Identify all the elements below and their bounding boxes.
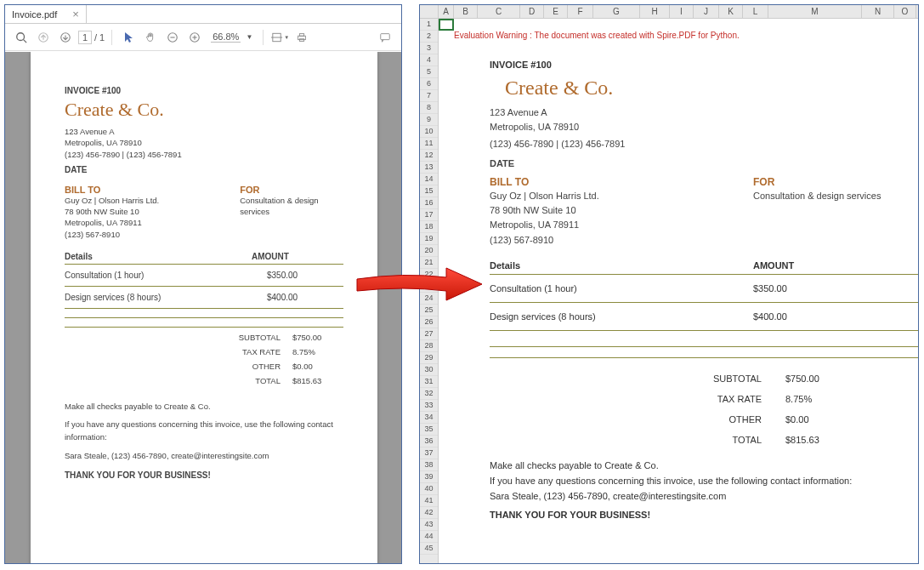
row-header-10[interactable]: 10 — [420, 126, 438, 138]
pdf-canvas-area[interactable]: INVOICE #100 Create & Co. 123 Avenue A M… — [5, 52, 401, 563]
row-header-29[interactable]: 29 — [420, 352, 438, 364]
xl-thanks: THANK YOU FOR YOUR BUSINESS! — [490, 510, 918, 520]
close-icon[interactable]: × — [72, 8, 79, 20]
xl-total-label: TOTAL — [694, 435, 762, 445]
row-header-8[interactable]: 8 — [420, 102, 438, 114]
billto-name: Guy Oz | Olson Harris Ltd. — [65, 195, 240, 206]
fit-width-icon[interactable]: ▼ — [270, 28, 289, 47]
row-header-22[interactable]: 22 — [420, 269, 438, 281]
col-header-K[interactable]: K — [719, 5, 743, 18]
search-icon[interactable] — [12, 28, 31, 47]
row-header-45[interactable]: 45 — [420, 543, 438, 555]
col-header-F[interactable]: F — [568, 5, 593, 18]
subtotal-label: SUBTOTAL — [221, 333, 281, 342]
row-header-36[interactable]: 36 — [420, 436, 438, 447]
row-header-41[interactable]: 41 — [420, 495, 438, 507]
row-header-30[interactable]: 30 — [420, 364, 438, 376]
row-header-5[interactable]: 5 — [420, 66, 438, 78]
row-header-19[interactable]: 19 — [420, 233, 438, 245]
xl-item-amount: $400.00 — [753, 311, 855, 322]
col-header-M[interactable]: M — [768, 5, 862, 18]
billto-phone: (123) 567-8910 — [65, 229, 240, 240]
arrow-up-icon[interactable] — [34, 28, 53, 47]
hand-icon[interactable] — [141, 28, 160, 47]
xl-for-text: Consultation & design services — [753, 190, 881, 202]
col-header-O[interactable]: O — [894, 5, 916, 18]
comment-icon[interactable] — [376, 28, 394, 47]
row-header-40[interactable]: 40 — [420, 483, 438, 495]
page-current-input[interactable]: 1 — [78, 31, 92, 44]
col-header-L[interactable]: L — [743, 5, 768, 18]
row-header-24[interactable]: 24 — [420, 293, 438, 305]
row-header-1[interactable]: 1 — [420, 19, 438, 31]
zoom-out-icon[interactable] — [163, 28, 182, 47]
col-header-H[interactable]: H — [640, 5, 670, 18]
row-header-31[interactable]: 31 — [420, 376, 438, 388]
arrow-down-icon[interactable] — [56, 28, 75, 47]
col-header-C[interactable]: C — [478, 5, 520, 18]
zoom-in-icon[interactable] — [185, 28, 204, 47]
row-header-6[interactable]: 6 — [420, 78, 438, 90]
xl-payable: Make all checks payable to Create & Co. — [490, 460, 918, 470]
col-header-B[interactable]: B — [454, 5, 478, 18]
row-header-38[interactable]: 38 — [420, 459, 438, 471]
row-header-37[interactable]: 37 — [420, 447, 438, 459]
row-header-32[interactable]: 32 — [420, 388, 438, 400]
item-desc: Consultation (1 hour) — [65, 271, 144, 280]
row-header-25[interactable]: 25 — [420, 305, 438, 316]
row-header-15[interactable]: 15 — [420, 185, 438, 197]
row-header-33[interactable]: 33 — [420, 400, 438, 412]
svg-rect-14 — [381, 33, 390, 39]
zoom-dropdown[interactable]: 66.8%▼ — [207, 31, 256, 43]
xl-details-label: Details — [490, 260, 753, 271]
row-header-9[interactable]: 9 — [420, 114, 438, 126]
row-header-20[interactable]: 20 — [420, 245, 438, 257]
chevron-down-icon: ▼ — [246, 33, 252, 41]
row-header-21[interactable]: 21 — [420, 257, 438, 269]
svg-rect-12 — [300, 33, 304, 36]
row-header-34[interactable]: 34 — [420, 412, 438, 424]
payable: Make all checks payable to Create & Co. — [65, 400, 343, 413]
row-header-44[interactable]: 44 — [420, 531, 438, 543]
for-text: Consultation & design services — [240, 195, 343, 218]
row-header-27[interactable]: 27 — [420, 328, 438, 340]
row-header-18[interactable]: 18 — [420, 221, 438, 233]
row-header-26[interactable]: 26 — [420, 316, 438, 328]
row-header-43[interactable]: 43 — [420, 519, 438, 531]
xl-other: $0.00 — [785, 414, 853, 425]
row-header-17[interactable]: 17 — [420, 209, 438, 221]
row-header-23[interactable]: 23 — [420, 281, 438, 293]
row-header-28[interactable]: 28 — [420, 340, 438, 352]
tab-label: Invoice.pdf — [12, 9, 57, 20]
print-icon[interactable] — [292, 28, 311, 47]
row-header-12[interactable]: 12 — [420, 150, 438, 162]
xl-subtotal-label: SUBTOTAL — [694, 373, 762, 384]
col-header-N[interactable]: N — [862, 5, 894, 18]
xl-amount-label: AMOUNT — [753, 260, 794, 271]
row-header-2[interactable]: 2 — [420, 31, 438, 43]
col-header-D[interactable]: D — [520, 5, 544, 18]
col-header-E[interactable]: E — [544, 5, 568, 18]
cells-area[interactable]: Evaluation Warning : The document was cr… — [439, 19, 918, 563]
row-header-16[interactable]: 16 — [420, 197, 438, 209]
row-header-35[interactable]: 35 — [420, 424, 438, 436]
row-header-11[interactable]: 11 — [420, 138, 438, 150]
tab-invoice[interactable]: Invoice.pdf × — [5, 5, 87, 23]
row-header-13[interactable]: 13 — [420, 162, 438, 174]
col-header-I[interactable]: I — [670, 5, 694, 18]
pointer-icon[interactable] — [119, 28, 138, 47]
col-header-A[interactable]: A — [439, 5, 454, 18]
row-header-14[interactable]: 14 — [420, 174, 438, 185]
details-label: Details — [65, 252, 252, 261]
col-header-G[interactable]: G — [593, 5, 640, 18]
row-header-7[interactable]: 7 — [420, 90, 438, 102]
row-header-42[interactable]: 42 — [420, 507, 438, 519]
row-header-3[interactable]: 3 — [420, 43, 438, 54]
subtotal: $750.00 — [292, 333, 343, 342]
other: $0.00 — [292, 362, 343, 371]
col-header-J[interactable]: J — [694, 5, 719, 18]
row-header-39[interactable]: 39 — [420, 471, 438, 483]
other-label: OTHER — [221, 362, 281, 371]
select-all-corner[interactable] — [420, 5, 439, 18]
row-header-4[interactable]: 4 — [420, 54, 438, 66]
